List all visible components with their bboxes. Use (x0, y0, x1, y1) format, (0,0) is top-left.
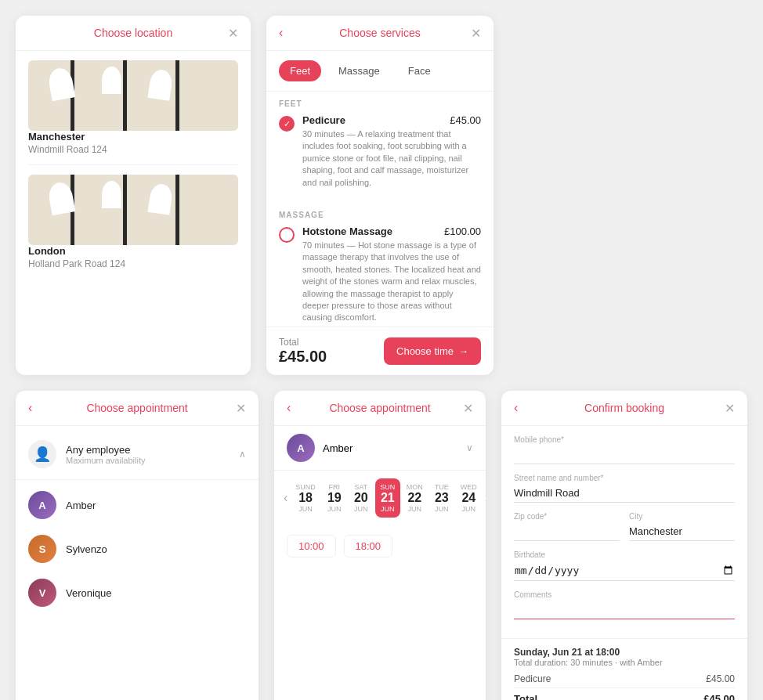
location-item-manchester[interactable]: Manchester Windmill Road 124 (16, 51, 251, 164)
employee-sylvenzo[interactable]: S Sylvenzo (16, 527, 259, 571)
employee-amber[interactable]: A Amber (16, 483, 259, 527)
cal-day-label-0: Sund (295, 483, 316, 491)
cal-prev-arrow[interactable]: ‹ (284, 491, 287, 505)
cal-day-num-6: 24 (461, 491, 476, 505)
cal-day-month-2: JUN (354, 505, 368, 513)
cal-day-label-4: Mon (407, 483, 423, 491)
time-1800[interactable]: 18:00 (344, 535, 393, 557)
tab-feet[interactable]: Feet (279, 60, 321, 81)
cal-times: 10:00 18:00 (274, 525, 486, 567)
cal-day-num-0: 18 (298, 491, 313, 505)
cal-day-3[interactable]: Sun 21 JUN (375, 478, 400, 518)
booking-total-price: £45.00 (703, 693, 735, 700)
cal-day-month-1: JUN (327, 505, 342, 513)
any-chevron-icon: ∧ (239, 449, 246, 460)
cal-day-6[interactable]: Wed 24 JUN (456, 478, 482, 518)
confirm-close-icon[interactable]: ✕ (725, 401, 735, 416)
manchester-image (28, 60, 238, 131)
address-field: Street name and number* (514, 474, 735, 503)
sylvenzo-name: Sylvenzo (66, 543, 107, 555)
confirm-back-icon[interactable]: ‹ (514, 401, 518, 415)
pedicure-name: Pedicure (302, 114, 345, 126)
booking-total-label: Total (514, 693, 537, 700)
birthdate-label: Birthdate (514, 550, 735, 559)
service-hotstone[interactable]: Hotstone Massage £100.00 70 minutes — Ho… (279, 226, 481, 324)
cal-next-arrow[interactable]: › (485, 491, 486, 505)
hotstone-info: Hotstone Massage £100.00 70 minutes — Ho… (302, 226, 481, 324)
zip-input[interactable] (514, 522, 620, 541)
mobile-field: Mobile phone* (514, 435, 735, 464)
mobile-input[interactable] (514, 446, 735, 464)
total-amount: £45.00 (279, 348, 327, 366)
time-1000[interactable]: 10:00 (287, 535, 336, 557)
city-input[interactable] (629, 522, 735, 541)
tab-massage[interactable]: Massage (327, 60, 391, 81)
cal-day-2[interactable]: Sat 20 JUN (349, 478, 374, 518)
cal-day-num-5: 23 (435, 491, 449, 505)
location-panel-header: Choose location ✕ (16, 16, 251, 51)
any-employee-name: Any employee (66, 444, 145, 456)
mobile-label: Mobile phone* (514, 435, 735, 444)
services-panel: ‹ Choose services ✕ Feet Massage Face FE… (266, 16, 494, 375)
any-employee-avatar: 👤 (28, 440, 56, 468)
calendar-close-icon[interactable]: ✕ (463, 401, 473, 416)
calendar-panel-header: ‹ Choose appointment ✕ (274, 391, 486, 426)
cal-day-label-5: Tue (435, 483, 449, 491)
cal-day-num-2: 20 (354, 491, 368, 505)
employees-back-icon[interactable]: ‹ (28, 401, 32, 415)
comments-input[interactable] (514, 601, 735, 619)
pedicure-radio[interactable] (279, 116, 295, 132)
cal-day-4[interactable]: Mon 22 JUN (402, 478, 428, 518)
services-back-icon[interactable]: ‹ (279, 26, 283, 40)
location-close-icon[interactable]: ✕ (228, 26, 238, 41)
location-panel: Choose location ✕ Manchester Windmill Ro… (16, 16, 251, 375)
employee-any[interactable]: 👤 Any employee Maximum availability ∧ (16, 432, 259, 480)
calendar-nav: ‹ Sund 18 JUN Fri 19 JUN Sat 20 JUN (274, 471, 486, 525)
appt-employees-panel: ‹ Choose appointment ✕ 👤 Any employee Ma… (16, 391, 259, 700)
city-field: City (629, 512, 735, 541)
cal-day-label-1: Fri (329, 483, 341, 491)
confirm-panel-title: Confirm booking (584, 402, 664, 414)
sylvenzo-avatar: S (28, 535, 56, 563)
person-icon: 👤 (34, 446, 51, 463)
booking-duration: Total duration: 30 minutes · with Amber (514, 658, 735, 667)
tab-face[interactable]: Face (397, 60, 442, 81)
calendar-back-icon[interactable]: ‹ (287, 401, 291, 415)
amber-avatar: A (28, 491, 56, 519)
cal-day-0[interactable]: Sund 18 JUN (291, 478, 320, 518)
choose-time-label: Choose time (396, 345, 454, 357)
services-section-massage: MASSAGE Hotstone Massage £100.00 70 minu… (266, 203, 494, 327)
booking-date: Sunday, Jun 21 at 18:00 (514, 647, 735, 658)
confirm-panel-header: ‹ Confirm booking ✕ (501, 391, 747, 426)
employees-close-icon[interactable]: ✕ (236, 401, 246, 416)
zip-label: Zip code* (514, 512, 620, 521)
pedicure-info: Pedicure £45.00 30 minutes — A relaxing … (302, 114, 481, 189)
service-pedicure[interactable]: Pedicure £45.00 30 minutes — A relaxing … (279, 114, 481, 189)
address-input[interactable] (514, 484, 735, 503)
calendar-employee-select[interactable]: A Amber ∨ (274, 426, 486, 471)
booking-total-row: Total £45.00 (514, 687, 735, 700)
location-item-london[interactable]: London Holland Park Road 124 (16, 165, 251, 279)
any-employee-info: Any employee Maximum availability (66, 444, 145, 465)
pedicure-price: £45.00 (450, 114, 481, 126)
hotstone-radio[interactable] (279, 227, 295, 243)
services-total: Total £45.00 (279, 337, 327, 366)
comments-label: Comments (514, 590, 735, 599)
booking-service-price: £45.00 (706, 673, 735, 684)
hotstone-price: £100.00 (444, 226, 481, 237)
services-tabs: Feet Massage Face (266, 51, 494, 92)
pedicure-desc: 30 minutes — A relaxing treatment that i… (302, 128, 481, 189)
location-panel-title: Choose location (94, 27, 172, 39)
calendar-employee-chevron: ∨ (466, 442, 473, 453)
cal-day-month-4: JUN (408, 505, 422, 513)
employee-veronique[interactable]: V Veronique (16, 571, 259, 615)
services-close-icon[interactable]: ✕ (471, 26, 481, 41)
birthdate-input[interactable] (514, 561, 735, 581)
choose-time-button[interactable]: Choose time → (384, 337, 481, 365)
cal-day-1[interactable]: Fri 19 JUN (322, 478, 347, 518)
feet-section-title: FEET (279, 99, 481, 108)
cal-day-5[interactable]: Tue 23 JUN (429, 478, 454, 518)
hotstone-desc: 70 minutes — Hot stone massage is a type… (302, 240, 481, 324)
booking-service-row: Pedicure £45.00 (514, 673, 735, 684)
calendar-amber-avatar: A (287, 434, 315, 462)
